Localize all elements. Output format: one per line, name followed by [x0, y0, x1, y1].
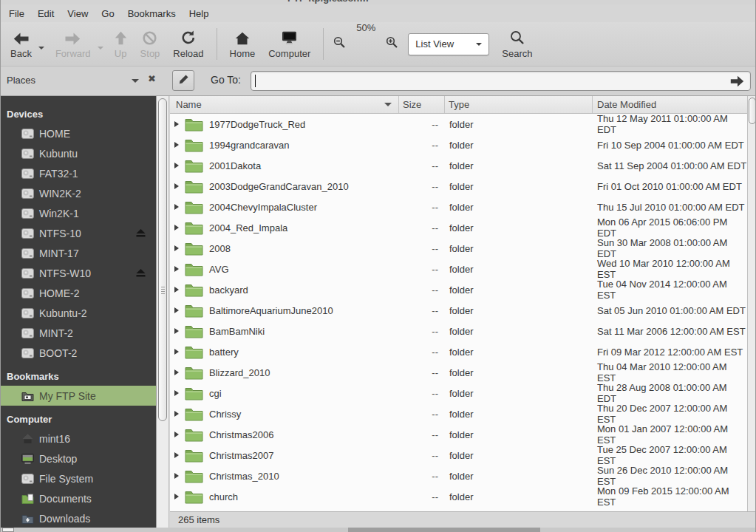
search-icon [510, 29, 525, 45]
folder-down-icon [21, 514, 39, 524]
sidebar-item-desktop[interactable]: Desktop [1, 449, 156, 468]
eject-icon[interactable] [136, 228, 146, 239]
table-row[interactable]: 1977DodgeTruck_Red -- folder Thu 12 May … [170, 114, 747, 134]
expander-triangle-icon[interactable] [174, 411, 182, 417]
table-row[interactable]: Blizzard_2010 -- folder Thu 04 Mar 2010 … [170, 362, 747, 383]
table-row[interactable]: 2008 -- folder Sun 30 Mar 2008 01:00:00 … [170, 238, 747, 259]
column-header-type[interactable]: Type [445, 96, 593, 113]
menu-go[interactable]: Go [95, 6, 120, 21]
menu-edit[interactable]: Edit [31, 6, 61, 21]
expander-triangle-icon[interactable] [174, 390, 182, 396]
expander-triangle-icon[interactable] [174, 245, 182, 251]
expander-triangle-icon[interactable] [174, 494, 182, 499]
sidebar-item-home-2[interactable]: HOME-2 [1, 283, 156, 303]
back-button[interactable]: Back [4, 22, 38, 66]
expander-triangle-icon[interactable] [174, 225, 182, 231]
table-row[interactable]: 2004ChevyImpalaCluster -- folder Thu 15 … [170, 197, 747, 217]
table-row[interactable]: Chrissy -- folder Thu 20 Dec 2007 12:00:… [170, 403, 747, 424]
reload-button[interactable]: Reload [166, 22, 210, 66]
column-header-date-modified[interactable]: Date Modified [593, 96, 747, 113]
goto-input[interactable] [251, 71, 751, 91]
expander-triangle-icon[interactable] [174, 183, 182, 189]
view-mode-select[interactable]: List View [408, 33, 489, 55]
side-pane-mode-label[interactable]: Places [7, 75, 35, 86]
expander-triangle-icon[interactable] [174, 432, 182, 437]
pane-splitter-grip[interactable] [161, 287, 165, 299]
expander-triangle-icon[interactable] [174, 369, 182, 375]
expander-triangle-icon[interactable] [174, 473, 182, 479]
sidebar-item-mint16[interactable]: mint16 [1, 429, 156, 449]
table-row[interactable]: BamBamNiki -- folder Sat 11 Mar 2006 12:… [170, 321, 747, 341]
drive-icon [21, 149, 39, 159]
expander-triangle-icon[interactable] [174, 163, 182, 168]
sidebar-item-downloads[interactable]: Downloads [1, 508, 156, 528]
side-pane-close-icon[interactable]: ✖ [148, 73, 156, 84]
sidebar-item-boot-2[interactable]: BOOT-2 [1, 343, 156, 363]
expander-triangle-icon[interactable] [174, 204, 182, 210]
scrollbar-corner [2, 528, 14, 532]
file-list-scrollbar-thumb[interactable] [749, 98, 756, 124]
table-row[interactable]: backyard -- folder Tue 04 Nov 2014 12:00… [170, 279, 747, 300]
table-row[interactable]: battery -- folder Fri 09 Mar 2012 12:00:… [170, 341, 747, 362]
side-pane-mode-dropdown[interactable] [132, 79, 139, 86]
menu-bookmarks[interactable]: Bookmarks [121, 6, 183, 21]
table-row[interactable]: Christmas_2010 -- folder Sun 26 Dec 2010… [170, 466, 747, 486]
menu-help[interactable]: Help [183, 6, 216, 21]
sidebar-item-my-ftp-site[interactable]: My FTP Site [1, 386, 156, 406]
edit-path-button[interactable] [172, 70, 194, 91]
table-row[interactable]: 2001Dakota -- folder Sat 11 Sep 2004 01:… [170, 155, 747, 176]
side-pane-scrollbar[interactable] [156, 96, 169, 528]
expander-triangle-icon[interactable] [174, 121, 182, 127]
eject-icon[interactable] [136, 267, 146, 279]
table-row[interactable]: AVG -- folder Wed 10 Mar 2010 12:00:00 A… [170, 259, 747, 279]
drive-icon [21, 308, 39, 318]
column-header-name[interactable]: Name [170, 96, 399, 113]
expander-triangle-icon[interactable] [174, 328, 182, 334]
sidebar-item-win2k-2[interactable]: WIN2K-2 [1, 183, 156, 203]
back-history-dropdown[interactable] [38, 47, 44, 52]
zoom-in-button[interactable] [382, 22, 402, 66]
expander-triangle-icon[interactable] [174, 266, 182, 272]
sidebar-item-home[interactable]: HOME [1, 123, 156, 143]
drive-icon [21, 288, 39, 299]
zoom-out-button[interactable] [330, 22, 350, 66]
sidebar-item-mint-17[interactable]: MINT-17 [1, 243, 156, 263]
expander-triangle-icon[interactable] [174, 307, 182, 313]
table-row[interactable]: BaltimoreAquariumJune2010 -- folder Sat … [170, 300, 747, 321]
sidebar-item-ntfs-w10[interactable]: NTFS-W10 [1, 263, 156, 283]
table-row[interactable]: Christmas2007 -- folder Tue 25 Dec 2007 … [170, 445, 747, 466]
pencil-icon [178, 74, 189, 88]
search-button[interactable]: Search [495, 22, 539, 66]
sidebar-item-win2k-1[interactable]: Win2K-1 [1, 203, 156, 223]
sidebar-item-fat32-1[interactable]: FAT32-1 [1, 163, 156, 183]
file-list-scrollbar[interactable] [747, 96, 756, 511]
folder-icon [185, 241, 203, 256]
sidebar-item-mint-2[interactable]: MINT-2 [1, 323, 156, 343]
home-button[interactable]: Home [223, 22, 262, 66]
sidebar-item-file-system[interactable]: File System [1, 468, 156, 488]
sidebar-item-kubuntu[interactable]: Kubuntu [1, 143, 156, 163]
side-pane-scrollbar-thumb[interactable] [158, 98, 167, 421]
sidebar-item-ntfs-10[interactable]: NTFS-10 [1, 223, 156, 243]
table-row[interactable]: 1994grandcaravan -- folder Fri 10 Sep 20… [170, 134, 747, 155]
expander-triangle-icon[interactable] [174, 452, 182, 458]
horizontal-scrollbar-thumb[interactable] [348, 528, 540, 532]
menu-file[interactable]: File [2, 6, 31, 21]
sidebar-item-documents[interactable]: Documents [1, 488, 156, 508]
expander-triangle-icon[interactable] [174, 349, 182, 355]
table-row[interactable]: cgi -- folder Thu 28 Aug 2008 01:00:00 A… [170, 383, 747, 403]
table-row[interactable]: Christmas2006 -- folder Mon 01 Jan 2007 … [170, 424, 747, 445]
table-row[interactable]: 2004_Red_Impala -- folder Mon 06 Apr 201… [170, 217, 747, 238]
sidebar-item-kubuntu-2[interactable]: Kubuntu-2 [1, 303, 156, 323]
chevron-down-icon [476, 43, 482, 49]
expander-triangle-icon[interactable] [174, 142, 182, 148]
column-header-size[interactable]: Size [399, 96, 445, 113]
menu-view[interactable]: View [61, 6, 95, 21]
computer-button[interactable]: Computer [262, 22, 317, 66]
table-row[interactable]: 2003DodgeGrandCaravan_2010 -- folder Fri… [170, 176, 747, 197]
table-row[interactable]: church -- folder Mon 09 Feb 2015 12:00:0… [170, 486, 747, 507]
sidebar-section-bookmarks: Bookmarks [1, 366, 156, 386]
horizontal-scrollbar[interactable] [1, 528, 755, 532]
go-arrow-icon[interactable] [730, 75, 744, 90]
expander-triangle-icon[interactable] [174, 287, 182, 293]
